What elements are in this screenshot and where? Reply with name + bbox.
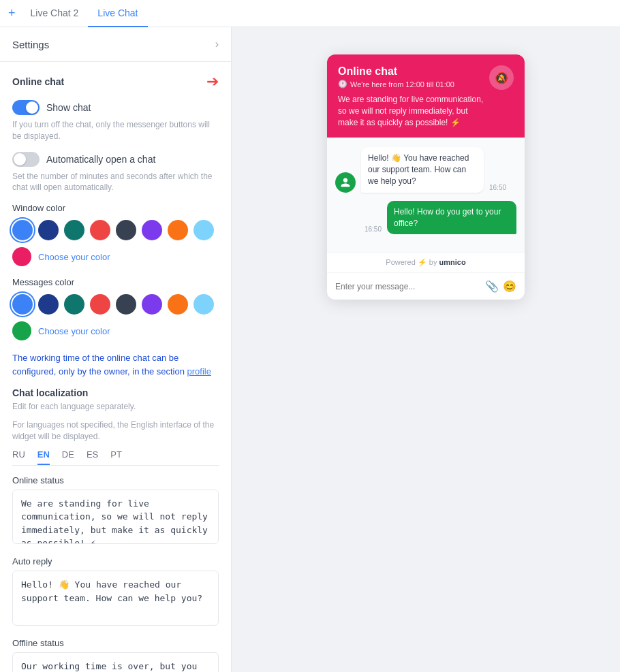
offline-status-label: Offline status [12,638,219,648]
show-chat-toggle[interactable] [12,100,40,115]
msg-custom-color-dot[interactable] [12,321,31,340]
chat-input-icons: 📎 😊 [485,280,516,293]
chat-widget-preview: Online chat 🕐 We're here from 12:00 till… [327,54,525,300]
auto-open-label: Automatically open a chat [46,154,155,165]
window-color-dark[interactable] [116,220,136,240]
auto-open-toggle[interactable] [12,152,40,167]
clock-icon: 🕐 [338,80,347,89]
profile-link[interactable]: profile [187,366,211,377]
localization-desc1: Edit for each language separately. [12,401,219,413]
window-color-row [12,220,219,240]
msg-color-blue[interactable] [12,294,33,315]
widget-time-row: 🕐 We're here from 12:00 till 01:00 [338,80,489,89]
widget-time: We're here from 12:00 till 01:00 [350,80,454,89]
auto-open-toggle-row: Automatically open a chat [12,152,219,167]
window-choose-color-row: Choose your color [12,247,219,266]
msg-color-dark[interactable] [116,294,136,315]
window-color-lightblue[interactable] [193,220,214,240]
agent-message-row: Hello! 👋 You have reached our support te… [335,147,516,192]
online-chat-section: Online chat ➔ Show chat If you turn off … [0,62,231,672]
user-message-text: Hello! How do you get to your office? [387,201,516,235]
auto-reply-textarea[interactable] [12,571,219,626]
lang-tab-es[interactable]: ES [87,449,98,465]
chat-widget-header: Online chat 🕐 We're here from 12:00 till… [327,54,525,138]
show-chat-toggle-row: Show chat [12,100,219,115]
auto-reply-label: Auto reply [12,556,219,566]
auto-open-toggle-knob [14,153,26,165]
show-chat-helper: If you turn off the chat, only the messe… [12,119,219,142]
offline-status-textarea[interactable] [12,652,219,672]
online-chat-section-header: Online chat ➔ [12,73,219,91]
agent-message-time: 16:50 [489,184,506,191]
window-color-title: Window color [12,203,219,213]
add-tab-button[interactable]: + [8,6,16,20]
window-color-red[interactable] [90,220,110,240]
online-status-textarea[interactable] [12,490,219,545]
chat-messages: Hello! 👋 You have reached our support te… [327,138,525,252]
messages-color-title: Messages color [12,277,219,287]
window-color-orange[interactable] [168,220,188,240]
lang-tab-pt[interactable]: PT [110,449,122,465]
agent-bubble: Hello! 👋 You have reached our support te… [361,147,484,192]
main-layout: Settings › Online chat ➔ Show chat If yo… [0,27,620,672]
settings-header[interactable]: Settings › [0,27,231,62]
msg-color-lightblue[interactable] [193,294,214,315]
lang-tab-de[interactable]: DE [62,449,74,465]
localization-desc2: For languages not specified, the English… [12,419,219,443]
messages-choose-color-label[interactable]: Choose your color [38,326,110,336]
chat-input-row: 📎 😊 [327,272,525,300]
agent-message-text: Hello! 👋 You have reached our support te… [361,147,484,192]
lang-tab-en[interactable]: EN [37,449,50,465]
window-color-teal[interactable] [64,220,84,240]
lang-tab-ru[interactable]: RU [12,449,25,465]
window-color-darkblue[interactable] [38,220,59,240]
messages-choose-color-row: Choose your color [12,321,219,340]
language-tabs: RU EN DE ES PT [12,449,219,466]
show-chat-label: Show chat [46,102,91,113]
msg-color-red[interactable] [90,294,110,315]
dropdown-arrow-icon: ➔ [206,73,219,91]
agent-avatar [335,172,356,193]
tab-live-chat[interactable]: Live Chat [88,0,147,27]
left-panel: Settings › Online chat ➔ Show chat If yo… [0,27,232,672]
window-color-purple[interactable] [142,220,162,240]
widget-title: Online chat [338,65,489,78]
online-status-label: Online status [12,475,219,485]
msg-color-teal[interactable] [64,294,84,315]
window-choose-color-label[interactable]: Choose your color [38,252,110,262]
user-message-row: 16:50 Hello! How do you get to your offi… [335,201,516,235]
msg-color-darkblue[interactable] [38,294,59,315]
tab-live-chat-2[interactable]: Live Chat 2 [21,0,89,27]
chat-widget-header-left: Online chat 🕐 We're here from 12:00 till… [338,65,489,128]
settings-label: Settings [12,39,49,50]
chat-message-input[interactable] [335,282,481,291]
powered-by-text: Powered ⚡ by [386,258,437,266]
powered-brand: umnico [439,258,466,266]
widget-bell-icon: 🔕 [489,65,514,90]
toggle-knob [26,101,38,114]
msg-color-orange[interactable] [168,294,188,315]
widget-desc: We are standing for live communication, … [338,94,489,128]
window-custom-color-dot[interactable] [12,247,31,266]
localization-title: Chat localization [12,387,219,398]
top-nav: + Live Chat 2 Live Chat [0,0,620,27]
attachment-icon[interactable]: 📎 [485,280,499,293]
msg-color-purple[interactable] [142,294,162,315]
working-time-note: The working time of the online chat can … [12,351,219,378]
messages-color-row [12,294,219,315]
settings-chevron-icon: › [215,38,219,50]
user-message-time: 16:50 [365,225,382,233]
powered-by: Powered ⚡ by umnico [327,252,525,272]
auto-open-helper: Set the number of minutes and seconds af… [12,171,219,194]
online-chat-title: Online chat [12,76,64,87]
window-color-blue[interactable] [12,220,33,240]
emoji-icon[interactable]: 😊 [503,280,516,293]
right-content: Online chat 🕐 We're here from 12:00 till… [232,27,620,672]
